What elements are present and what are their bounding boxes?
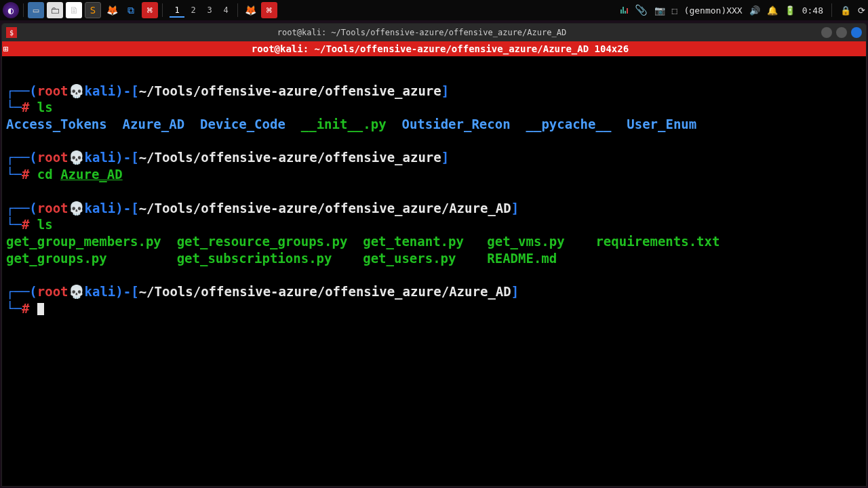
editor-icon[interactable]: 🗎 [66,2,82,18]
terminal-instance-icon[interactable]: ⌘ [261,2,277,18]
window-titlebar[interactable]: $ root@kali: ~/Tools/offensive-azure/off… [2,24,866,41]
tmux-title: root@kali: ~/Tools/offensive-azure/offen… [14,43,866,54]
workspace-1[interactable]: 1 [170,3,184,18]
attachment-icon[interactable]: 📎 [635,4,648,16]
terminal-app-icon: $ [6,27,17,38]
terminal-icon[interactable]: ⌘ [142,2,158,18]
terminal-content[interactable]: ┌──(root💀kali)-[~/Tools/offensive-azure/… [2,56,866,486]
terminal-window: $ root@kali: ~/Tools/offensive-azure/off… [1,23,867,487]
screen-icon[interactable]: ⬚ [672,5,677,16]
firefox-icon[interactable]: 🦊 [104,2,120,18]
battery-icon[interactable]: 🔋 [785,5,795,16]
lock-icon[interactable]: 🔒 [840,5,851,16]
window-title: root@kali: ~/Tools/offensive-azure/offen… [22,28,821,37]
workspace-switcher: 1 2 3 4 [170,3,233,18]
tmux-pane-icon: ⊞ [2,44,14,54]
workspace-3[interactable]: 3 [202,3,217,18]
files-icon[interactable]: 🗀 [47,2,63,18]
start-menu-icon[interactable]: ◐ [3,2,19,18]
separator [237,3,238,17]
sublime-icon[interactable]: S [85,2,101,18]
separator [23,3,24,17]
cpu-monitor-icon[interactable] [620,7,628,14]
workspace-2[interactable]: 2 [186,3,201,18]
minimize-button[interactable] [821,27,832,38]
notification-icon[interactable]: 🔔 [767,5,778,16]
close-button[interactable] [851,27,862,38]
separator [162,3,163,17]
vscode-icon[interactable]: ⧉ [123,2,139,18]
separator [831,3,832,17]
desktop-icon[interactable]: ▭ [28,2,44,18]
clock[interactable]: 0:48 [802,5,823,16]
genmon-widget[interactable]: (genmon)XXX [684,5,743,16]
maximize-button[interactable] [836,27,847,38]
camera-icon[interactable]: 📷 [654,5,665,16]
top-panel: ◐ ▭ 🗀 🗎 S 🦊 ⧉ ⌘ 1 2 3 4 🦊 ⌘ 📎 📷 ⬚ (genmo… [0,0,868,20]
system-tray: 📎 📷 ⬚ (genmon)XXX 🔊 🔔 🔋 0:48 🔒 ⟳ [620,3,865,17]
workspace-4[interactable]: 4 [218,3,233,18]
tmux-status-bar: ⊞ root@kali: ~/Tools/offensive-azure/off… [2,41,866,56]
firefox-instance-icon[interactable]: 🦊 [242,2,258,18]
volume-icon[interactable]: 🔊 [749,5,760,16]
power-icon[interactable]: ⟳ [858,5,865,16]
